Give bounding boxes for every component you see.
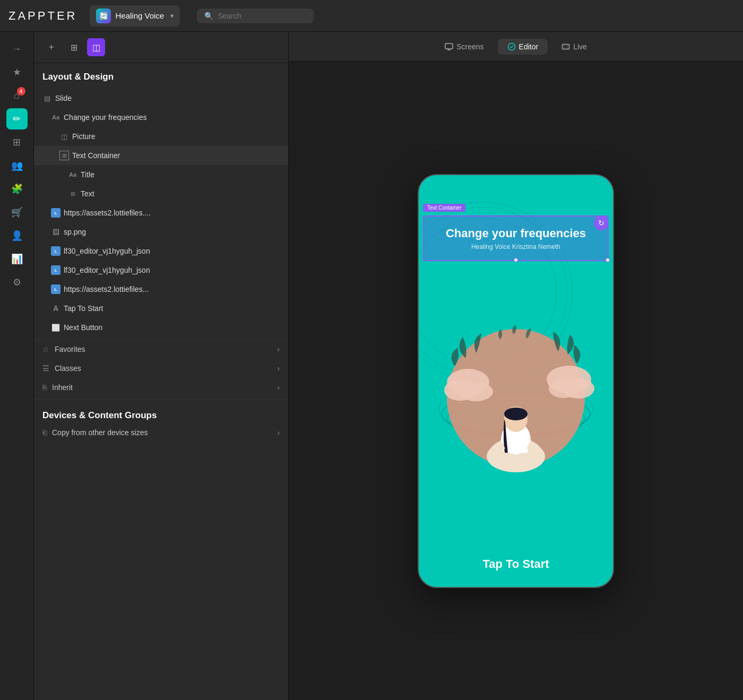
filter7-icon[interactable]: ⫶ <box>238 207 250 219</box>
section-inherit[interactable]: ⎘ Inherit › <box>34 378 288 397</box>
tree-item-text-container[interactable]: ⊞ Text Container ✦ … ▾ <box>34 146 288 165</box>
app-selector[interactable]: 🔄 Healing Voice ▾ <box>90 5 180 27</box>
more8-icon[interactable]: … <box>264 226 275 238</box>
sidebar-item-settings[interactable]: ⚙ <box>6 272 28 293</box>
sidebar-item-chart[interactable]: 📊 <box>6 248 28 270</box>
sidebar-item-cart[interactable]: 🛒 <box>6 202 28 223</box>
more2-icon[interactable]: … <box>263 111 274 123</box>
sidebar-item-users[interactable]: 👥 <box>6 155 28 176</box>
more3-icon[interactable]: … <box>268 131 280 142</box>
tree-item-slide[interactable]: ▤ Slide ⫶ ✦ … ▾ <box>34 89 288 108</box>
lottie-badge4: L <box>51 284 61 294</box>
magic8-icon[interactable]: ✦ <box>251 226 263 238</box>
button-icon: ⬜ <box>51 323 61 332</box>
sidebar-item-editor[interactable]: ✏ <box>6 108 28 129</box>
tap-icon: A <box>51 304 61 313</box>
tree-item-lottie2[interactable]: L lf30_editor_vj1hyguh_json ⫶ ✦ … › <box>34 241 288 261</box>
sidebar-item-grid[interactable]: ⊞ <box>6 132 28 153</box>
refresh-icon[interactable]: ↻ <box>594 215 609 230</box>
add-button[interactable]: + <box>42 38 61 56</box>
chevron-right-icon[interactable]: › <box>278 210 280 216</box>
sidebar-item-team[interactable]: 👤 <box>6 225 28 246</box>
icon-sidebar: → ★ ⌂ 4 ✏ ⊞ 👥 🧩 🛒 👤 📊 ⚙ <box>0 32 34 700</box>
more12-icon[interactable]: … <box>264 303 275 314</box>
text-container-selected[interactable]: Text Container Change your frequencies H… <box>423 215 609 262</box>
tap-to-start-label: Tap To Start <box>64 304 235 313</box>
filter11-icon[interactable]: ⫶ <box>238 283 250 295</box>
text-label: Text <box>81 189 252 198</box>
filter8-icon[interactable]: ⫶ <box>238 226 250 238</box>
tab-editor[interactable]: Editor <box>498 39 548 55</box>
more9-icon[interactable]: … <box>264 245 275 257</box>
magic5-icon[interactable]: ✦ <box>255 169 267 180</box>
more5-icon[interactable]: … <box>268 169 280 180</box>
tree-item-lottie1[interactable]: L https://assets2.lottiefiles.... ⫶ ✦ … … <box>34 203 288 222</box>
magic3-icon[interactable]: ✦ <box>255 131 267 142</box>
chevron-right3-icon[interactable]: › <box>278 248 280 254</box>
tree-item-picture[interactable]: ◫ Picture ✦ … <box>34 127 288 146</box>
section-classes[interactable]: ☰ Classes › <box>34 359 288 378</box>
filter13-icon[interactable]: ⫶ <box>243 322 254 333</box>
filter9-icon[interactable]: ⫶ <box>238 245 250 257</box>
more13-icon[interactable]: … <box>268 322 280 333</box>
chevron-right6-icon[interactable]: › <box>278 305 280 312</box>
chevron-down2-icon[interactable]: ▾ <box>277 114 280 121</box>
sidebar-item-puzzle[interactable]: 🧩 <box>6 178 28 200</box>
tab-screens[interactable]: Screens <box>435 39 493 55</box>
magic11-icon[interactable]: ✦ <box>251 283 263 295</box>
tap-to-start-label[interactable]: Tap To Start <box>482 557 549 571</box>
more6-icon[interactable]: … <box>268 188 280 200</box>
components-icon: ⊞ <box>71 42 77 53</box>
magic-icon[interactable]: ✦ <box>250 92 262 104</box>
resize-handle-bc[interactable] <box>514 258 518 262</box>
search-bar[interactable]: 🔍 <box>197 8 314 23</box>
tree-item-text[interactable]: ⊞ Text ✦ … <box>34 184 288 203</box>
tab-live[interactable]: Live <box>552 39 597 55</box>
sidebar-item-star[interactable]: ★ <box>6 62 28 83</box>
filter-icon[interactable]: ⫶ <box>237 92 249 104</box>
tree-item-next-button[interactable]: ⬜ Next Button ⫶ ✦ … <box>34 318 288 337</box>
magic13-icon[interactable]: ✦ <box>255 322 267 333</box>
filter10-icon[interactable]: ⫶ <box>238 264 250 276</box>
search-input[interactable] <box>218 12 303 20</box>
magic2-icon[interactable]: ✦ <box>250 111 262 123</box>
chevron-down3-icon[interactable]: ▾ <box>277 152 280 159</box>
resize-handle-br[interactable] <box>606 258 610 262</box>
magic6-icon[interactable]: ✦ <box>255 188 267 200</box>
copy-label: Copy from other device sizes <box>52 428 277 437</box>
tree-item-tap-to-start[interactable]: A Tap To Start ⫶ ✦ … › <box>34 299 288 318</box>
more4-icon[interactable]: … <box>263 150 274 161</box>
sidebar-item-home[interactable]: ⌂ 4 <box>6 85 28 106</box>
search-icon: 🔍 <box>204 12 213 20</box>
more-icon[interactable]: … <box>263 92 274 104</box>
tree-item-lottie3[interactable]: L lf30_editor_vj1hyguh_json ⫶ ✦ … › <box>34 261 288 280</box>
tree-item-title[interactable]: Aa Title ✦ … <box>34 165 288 184</box>
tree-item-change-frequencies[interactable]: Aa Change your frequencies ⫶ ✦ … ▾ <box>34 108 288 127</box>
copy-icon: ⎗ <box>42 428 47 437</box>
magic12-icon[interactable]: ✦ <box>251 303 263 314</box>
components-button[interactable]: ⊞ <box>65 38 83 56</box>
chevron-right4-icon[interactable]: › <box>278 267 280 273</box>
tree-item-lottie4[interactable]: L https://assets2.lottiefiles... ⫶ ✦ … › <box>34 280 288 299</box>
more11-icon[interactable]: … <box>264 283 275 295</box>
main-layout: → ★ ⌂ 4 ✏ ⊞ 👥 🧩 🛒 👤 📊 ⚙ <box>0 32 743 700</box>
section-favorites[interactable]: ☆ Favorites › <box>34 340 288 359</box>
layout-button[interactable]: ◫ <box>87 38 105 56</box>
magic10-icon[interactable]: ✦ <box>251 264 263 276</box>
section-copy-devices[interactable]: ⎗ Copy from other device sizes › <box>34 423 288 442</box>
magic4-icon[interactable]: ✦ <box>250 150 262 161</box>
chevron-right5-icon[interactable]: › <box>278 286 280 292</box>
magic7-icon[interactable]: ✦ <box>251 207 263 219</box>
chevron-down-icon[interactable]: ▾ <box>277 95 280 102</box>
filter2-icon[interactable]: ⫶ <box>237 111 249 123</box>
more10-icon[interactable]: … <box>264 264 275 276</box>
phone-mockup[interactable]: ↻ Text Container Change your frequencies… <box>418 174 614 588</box>
text-container-badge: Text Container <box>423 204 465 212</box>
more7-icon[interactable]: … <box>264 207 275 219</box>
chevron-right2-icon[interactable]: › <box>278 229 280 235</box>
magic9-icon[interactable]: ✦ <box>251 245 263 257</box>
tree-item-sp-png[interactable]: 🖼 sp.png ⫶ ✦ … › <box>34 222 288 241</box>
filter12-icon[interactable]: ⫶ <box>238 303 250 314</box>
sidebar-item-signin[interactable]: → <box>6 38 28 59</box>
chart-icon: 📊 <box>11 253 23 265</box>
